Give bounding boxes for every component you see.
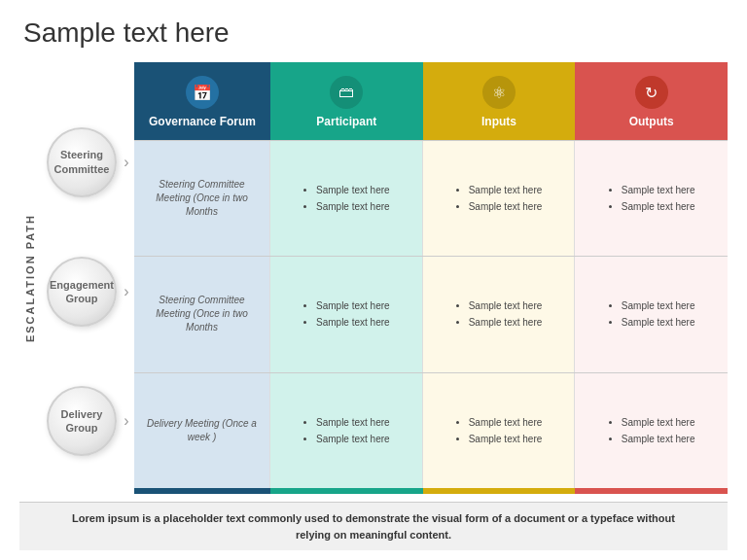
steering-committee-circle: SteeringCommittee xyxy=(47,127,117,197)
list-item: Sample text here xyxy=(469,298,543,314)
part-list-0: Sample text here Sample text here xyxy=(302,182,390,215)
inputs-label: Inputs xyxy=(481,115,516,128)
circle-row-0: SteeringCommittee › xyxy=(47,127,134,197)
arrow-1: › xyxy=(119,285,134,298)
out-cell-0: Sample text here Sample text here xyxy=(575,141,728,256)
governance-label: Governance Forum xyxy=(149,115,256,128)
color-bar-inp xyxy=(423,488,576,494)
gov-text-0: Steering Committee Meeting (Once in two … xyxy=(144,178,260,219)
col-header-governance: 📅 Governance Forum xyxy=(134,62,270,140)
participant-icon: 🗃 xyxy=(330,76,363,109)
color-bar-out xyxy=(575,488,728,494)
escalation-path-label: ESCALATION PATH xyxy=(24,214,36,342)
list-item: Sample text here xyxy=(622,198,695,215)
circle-row-1: EngagementGroup › xyxy=(47,257,134,327)
out-list-2: Sample text here Sample text here xyxy=(608,414,695,447)
out-cell-1: Sample text here Sample text here xyxy=(575,257,728,371)
page-title: Sample text here xyxy=(19,18,728,49)
out-list-0: Sample text here Sample text here xyxy=(608,182,695,215)
inputs-icon: ⚛ xyxy=(482,76,516,109)
color-bar xyxy=(134,488,728,494)
footer-strip: Lorem ipsum is a placeholder text common… xyxy=(19,502,728,550)
outputs-label: Outputs xyxy=(629,115,674,128)
table-row-2: Delivery Meeting (Once a week ) Sample t… xyxy=(134,372,728,488)
col-header-participant: 🗃 Participant xyxy=(270,62,423,140)
list-item: Sample text here xyxy=(316,182,390,198)
table-wrapper: 📅 Governance Forum 🗃 Participant ⚛ Input… xyxy=(134,62,728,494)
page-container: Sample text here ESCALATION PATH Steerin… xyxy=(0,0,747,560)
gov-cell-1: Steering Committee Meeting (Once in two … xyxy=(134,257,270,371)
list-item: Sample text here xyxy=(316,431,390,447)
arrow-2: › xyxy=(119,414,134,428)
out-list-1: Sample text here Sample text here xyxy=(608,298,695,331)
col-header-inputs: ⚛ Inputs xyxy=(423,62,576,140)
inp-list-1: Sample text here Sample text here xyxy=(455,298,543,331)
engagement-group-circle: EngagementGroup xyxy=(47,257,117,327)
table-body: Steering Committee Meeting (Once in two … xyxy=(134,140,728,488)
list-item: Sample text here xyxy=(622,182,695,198)
circle-row-2: DeliveryGroup › xyxy=(47,386,134,456)
gov-cell-2: Delivery Meeting (Once a week ) xyxy=(134,373,270,488)
part-list-1: Sample text here Sample text here xyxy=(302,298,390,331)
main-content: ESCALATION PATH SteeringCommittee › Enga… xyxy=(19,62,728,494)
list-item: Sample text here xyxy=(622,298,695,314)
participant-label: Participant xyxy=(316,115,376,128)
color-bar-gov xyxy=(134,488,270,494)
list-item: Sample text here xyxy=(316,298,390,314)
list-item: Sample text here xyxy=(469,431,543,447)
list-item: Sample text here xyxy=(469,198,543,215)
outputs-icon: ↻ xyxy=(635,76,668,109)
table-row-0: Steering Committee Meeting (Once in two … xyxy=(134,140,728,256)
gov-text-1: Steering Committee Meeting (Once in two … xyxy=(144,294,260,334)
part-cell-2: Sample text here Sample text here xyxy=(270,373,423,488)
list-item: Sample text here xyxy=(469,414,543,431)
list-item: Sample text here xyxy=(469,182,543,198)
inp-cell-2: Sample text here Sample text here xyxy=(423,373,576,488)
list-item: Sample text here xyxy=(622,414,695,431)
inp-cell-0: Sample text here Sample text here xyxy=(423,141,576,256)
escalation-label-container: ESCALATION PATH xyxy=(19,62,41,494)
list-item: Sample text here xyxy=(469,314,543,331)
list-item: Sample text here xyxy=(316,414,390,431)
table-row-1: Steering Committee Meeting (Once in two … xyxy=(134,256,728,371)
out-cell-2: Sample text here Sample text here xyxy=(575,373,728,488)
arrow-0: › xyxy=(119,156,134,169)
col-header-outputs: ↻ Outputs xyxy=(575,62,728,140)
governance-icon: 📅 xyxy=(186,76,219,109)
inp-list-0: Sample text here Sample text here xyxy=(455,182,543,215)
part-cell-0: Sample text here Sample text here xyxy=(270,141,423,256)
delivery-group-circle: DeliveryGroup xyxy=(47,386,117,456)
inp-cell-1: Sample text here Sample text here xyxy=(423,257,576,371)
gov-text-2: Delivery Meeting (Once a week ) xyxy=(144,417,260,444)
circles-column: SteeringCommittee › EngagementGroup › De… xyxy=(47,62,134,494)
footer-text: Lorem ipsum is a placeholder text common… xyxy=(72,512,675,541)
list-item: Sample text here xyxy=(622,431,695,447)
gov-cell-0: Steering Committee Meeting (Once in two … xyxy=(134,141,270,256)
color-bar-part xyxy=(270,488,423,494)
list-item: Sample text here xyxy=(316,314,390,331)
list-item: Sample text here xyxy=(316,198,390,215)
part-cell-1: Sample text here Sample text here xyxy=(270,257,423,371)
part-list-2: Sample text here Sample text here xyxy=(302,414,390,447)
inp-list-2: Sample text here Sample text here xyxy=(455,414,543,447)
table-header: 📅 Governance Forum 🗃 Participant ⚛ Input… xyxy=(134,62,728,140)
list-item: Sample text here xyxy=(622,314,695,331)
